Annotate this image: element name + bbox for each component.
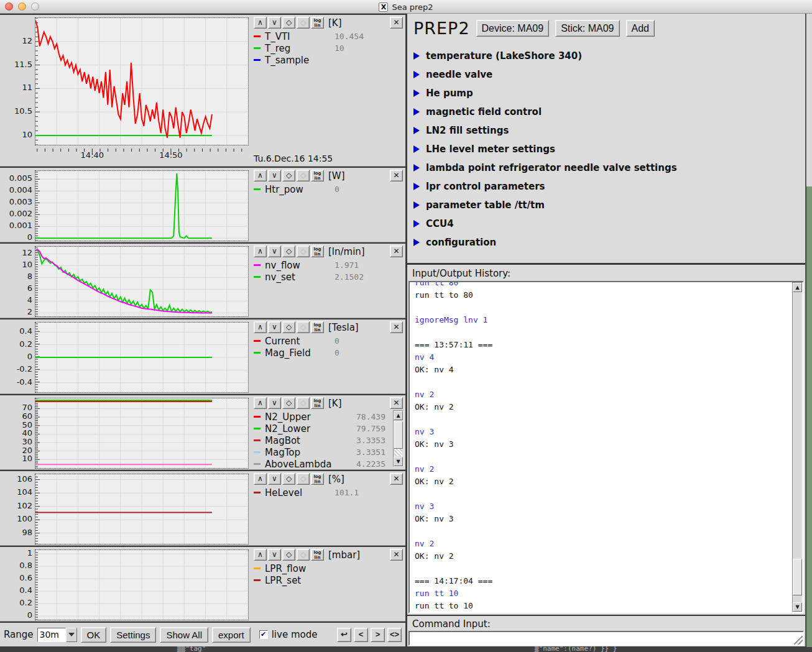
panel-autoscale-button[interactable]: ◇ — [282, 397, 295, 409]
panel-autoscale-disabled-button[interactable]: ◇ — [297, 473, 310, 485]
panel-close-button[interactable]: ✕ — [390, 246, 403, 257]
panel-loglin-button[interactable]: loglin — [311, 170, 324, 181]
panel-autoscale-disabled-button[interactable]: ◇ — [297, 246, 310, 257]
panel-scale-up-button[interactable]: ∧ — [254, 170, 267, 181]
scroll-right-button[interactable]: > — [371, 628, 385, 642]
io-history-scrollbar[interactable]: ▲ ▼ — [792, 282, 803, 612]
panel-loglin-button[interactable]: loglin — [311, 473, 324, 485]
panel-autoscale-button[interactable]: ◇ — [282, 246, 295, 257]
scroll-down-icon[interactable]: ▼ — [394, 457, 403, 466]
panel-unit-label: [K] — [328, 398, 342, 409]
window-title: Sea prep2 — [392, 2, 433, 12]
panel-scale-up-button[interactable]: ∧ — [254, 473, 267, 485]
panel-autoscale-disabled-button[interactable]: ◇ — [297, 397, 310, 409]
plot-area[interactable] — [35, 246, 249, 317]
prep-section-item[interactable]: temperature (LakeShore 340) — [413, 47, 799, 65]
scrollbar-trough[interactable] — [394, 449, 402, 456]
scrollbar-thumb[interactable] — [793, 559, 802, 595]
scrollbar-thumb[interactable] — [394, 421, 403, 449]
prep-section-item[interactable]: lambda point refrigerator needle valve s… — [413, 158, 799, 177]
panel-close-button[interactable]: ✕ — [390, 17, 403, 29]
legend-series-name: AboveLambda — [265, 459, 344, 470]
prep-section-item[interactable]: needle valve — [413, 65, 799, 84]
add-button[interactable]: Add — [626, 20, 655, 37]
scroll-down-icon[interactable]: ▼ — [793, 602, 802, 612]
stick-button[interactable]: Stick: MA09 — [555, 20, 619, 37]
panel-scale-down-button[interactable]: ∨ — [268, 246, 281, 257]
panel-close-button[interactable]: ✕ — [390, 321, 403, 333]
log-label: log — [311, 323, 323, 328]
panel-scale-up-button[interactable]: ∧ — [254, 17, 267, 29]
prep-section-item[interactable]: LN2 fill settings — [413, 121, 799, 140]
panel-autoscale-disabled-button[interactable]: ◇ — [297, 170, 310, 181]
scroll-up-icon[interactable]: ▲ — [394, 411, 403, 420]
plot-area[interactable] — [35, 322, 249, 393]
panel-scale-up-button[interactable]: ∧ — [254, 246, 267, 257]
panel-autoscale-disabled-button[interactable]: ◇ — [297, 549, 310, 561]
command-input[interactable] — [410, 633, 803, 645]
window-titlebar[interactable]: X Sea prep2 — [0, 0, 812, 14]
legend-row: Htr_pow0 — [254, 183, 403, 195]
panel-loglin-button[interactable]: loglin — [311, 17, 324, 29]
export-button[interactable]: export — [212, 627, 251, 643]
panel-button-row: ∧∨◇◇loglin[%]✕ — [254, 473, 403, 485]
scroll-up-icon[interactable]: ▲ — [793, 283, 802, 292]
range-combobox[interactable]: 30m — [37, 628, 77, 642]
panel-scale-up-button[interactable]: ∧ — [254, 549, 267, 561]
prep-section-item[interactable]: CCU4 — [413, 214, 799, 233]
panel-close-button[interactable]: ✕ — [390, 473, 403, 485]
device-button[interactable]: Device: MA09 — [476, 20, 550, 37]
prep-section-item[interactable]: He pump — [413, 84, 799, 103]
resize-grip-icon[interactable] — [794, 636, 803, 645]
panel-autoscale-button[interactable]: ◇ — [282, 321, 295, 333]
range-value[interactable]: 30m — [37, 628, 66, 642]
panel-scale-down-button[interactable]: ∨ — [268, 321, 281, 333]
panel-button-row: ∧∨◇◇loglin[Tesla]✕ — [254, 321, 403, 333]
plot-area[interactable] — [35, 474, 249, 544]
panel-autoscale-button[interactable]: ◇ — [282, 17, 295, 29]
io-history-line: nv 4 — [415, 351, 789, 364]
io-history-console[interactable]: run tt 80run tt to 80 ignoreMsg lnv 1 ==… — [408, 281, 804, 613]
legend-scrollbar[interactable]: ▲▼ — [393, 410, 404, 467]
refresh-button[interactable]: ↩ — [337, 628, 351, 642]
settings-button[interactable]: Settings — [110, 627, 156, 643]
panel-autoscale-disabled-button[interactable]: ◇ — [297, 321, 310, 333]
range-dropdown-button[interactable] — [66, 628, 77, 642]
panel-autoscale-button[interactable]: ◇ — [282, 473, 295, 485]
legend-series-value: 78.439 — [344, 412, 385, 421]
io-history-line — [415, 451, 789, 463]
panel-loglin-button[interactable]: loglin — [311, 246, 324, 257]
panel-scale-down-button[interactable]: ∨ — [268, 473, 281, 485]
panel-autoscale-disabled-button[interactable]: ◇ — [297, 17, 310, 29]
plot-area[interactable] — [35, 398, 249, 469]
prep-section-item[interactable]: configuration — [413, 233, 799, 252]
plot-area[interactable] — [35, 170, 249, 241]
live-mode-checkbox[interactable]: ✔ — [259, 630, 268, 639]
prep-section-item[interactable]: lpr control parameters — [413, 177, 799, 196]
prep-section-item[interactable]: parameter table /tt/tm — [413, 196, 799, 214]
show-all-button[interactable]: Show All — [160, 627, 208, 643]
panel-scale-down-button[interactable]: ∨ — [268, 549, 281, 561]
scroll-left-button[interactable]: < — [354, 628, 368, 642]
panel-scale-down-button[interactable]: ∨ — [268, 170, 281, 181]
panel-close-button[interactable]: ✕ — [390, 170, 403, 181]
panel-loglin-button[interactable]: loglin — [311, 397, 324, 409]
legend-series-value: 79.759 — [344, 424, 385, 433]
panel-autoscale-button[interactable]: ◇ — [282, 549, 295, 561]
panel-autoscale-button[interactable]: ◇ — [282, 170, 295, 181]
panel-scale-down-button[interactable]: ∨ — [268, 17, 281, 29]
plot-area[interactable] — [35, 549, 249, 620]
ok-button[interactable]: OK — [81, 627, 107, 643]
plot-area[interactable] — [35, 17, 249, 145]
panel-loglin-button[interactable]: loglin — [311, 549, 324, 561]
app-window: X Sea prep2 1211.51110.51014:4014:50∧∨◇◇… — [0, 0, 812, 652]
panel-scale-up-button[interactable]: ∧ — [254, 397, 267, 409]
panel-scale-up-button[interactable]: ∧ — [254, 321, 267, 333]
prep-section-item[interactable]: magnetic field control — [413, 103, 799, 121]
panel-loglin-button[interactable]: loglin — [311, 321, 324, 333]
panel-close-button[interactable]: ✕ — [390, 549, 403, 561]
prep-section-item[interactable]: LHe level meter settings — [413, 140, 799, 158]
expand-range-button[interactable]: <> — [387, 628, 402, 642]
panel-close-button[interactable]: ✕ — [390, 397, 403, 409]
panel-scale-down-button[interactable]: ∨ — [268, 397, 281, 409]
